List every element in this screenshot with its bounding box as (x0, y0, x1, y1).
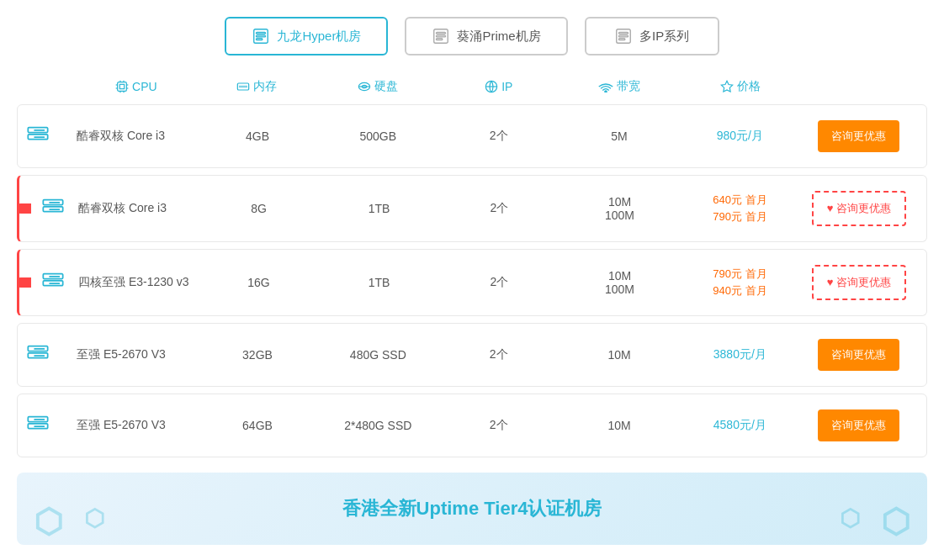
row1-mem: 4GB (197, 129, 317, 143)
svg-rect-12 (118, 82, 127, 92)
col-cpu-header: CPU (76, 80, 197, 93)
row3-fire-icon: ♥ (827, 276, 834, 288)
tab-jiulong-label: 九龙Hyper机房 (277, 29, 361, 45)
row3-speed2: 100M (605, 283, 634, 296)
tab-multiip[interactable]: 多IP系列 (585, 17, 719, 55)
row4-price-value: 3880元/月 (713, 347, 766, 361)
row4-ip: 2个 (438, 347, 559, 362)
row5-cta-button[interactable]: 咨询更优惠 (818, 409, 899, 441)
table-row: 首月半价 酷睿双核 Core i3 8G 1TB 2个 10M 100M (17, 175, 927, 242)
row2-icon (28, 196, 78, 222)
row4-speed: 10M (559, 348, 679, 362)
deco-cube-right: ⬡ (881, 502, 910, 541)
row2-speed2: 100M (605, 209, 634, 222)
row1-cta-button[interactable]: 咨询更优惠 (818, 120, 899, 152)
svg-rect-47 (49, 283, 60, 284)
svg-rect-54 (34, 419, 45, 420)
row1-speed: 5M (559, 129, 679, 143)
svg-rect-10 (619, 35, 628, 37)
table-row: 酷睿双核 Core i3 4GB 500GB 2个 5M 980元/月 咨询更优… (17, 104, 927, 168)
row3-action: ♥ 咨询更优惠 (800, 265, 918, 300)
column-headers: CPU 内存 硬盘 I (17, 72, 927, 101)
tab-gutong[interactable]: 葵涌Prime机房 (405, 17, 567, 55)
row2-price2: 790元 首月 (713, 209, 766, 225)
col-mem-header: 内存 (197, 79, 318, 94)
row2-speed1: 10M (608, 195, 631, 209)
row3-cta-button[interactable]: ♥ 咨询更优惠 (812, 265, 906, 300)
svg-rect-6 (437, 35, 446, 37)
svg-point-33 (605, 91, 607, 92)
svg-rect-13 (119, 84, 124, 88)
row2-cpu: 酷睿双核 Core i3 (78, 201, 199, 216)
row3-btn-label: 咨询更优惠 (836, 276, 891, 288)
svg-rect-3 (257, 39, 263, 40)
row2-mem: 8G (199, 202, 319, 215)
row2-btn-label: 咨询更优惠 (836, 202, 891, 214)
row1-icon (26, 124, 77, 150)
row2-action: ♥ 咨询更优惠 (800, 191, 918, 226)
main-container: 九龙Hyper机房 葵涌Prime机房 多IP系列 (0, 0, 944, 560)
row1-ip: 2个 (438, 129, 559, 144)
footer-text: 香港全新Uptime Tier4认证机房 (342, 496, 602, 521)
svg-rect-7 (437, 39, 443, 40)
svg-rect-5 (437, 32, 446, 34)
col-mem-label: 内存 (253, 79, 277, 94)
row5-mem: 64GB (197, 419, 317, 432)
svg-rect-1 (257, 32, 266, 34)
row4-cpu: 至强 E5-2670 V3 (77, 347, 197, 362)
row2-ip: 2个 (439, 201, 560, 216)
col-bw-label: 带宽 (617, 79, 640, 94)
svg-rect-2 (257, 35, 266, 37)
row3-price1: 790元 首月 (713, 267, 766, 282)
table-row: 至强 E5-2670 V3 64GB 2*480G SSD 2个 10M 458… (17, 394, 927, 457)
row4-price: 3880元/月 (680, 347, 800, 362)
col-cpu-label: CPU (132, 80, 157, 93)
svg-rect-38 (34, 129, 45, 131)
svg-rect-9 (619, 32, 628, 34)
col-bw-header: 带宽 (560, 79, 681, 94)
row2-fire-icon: ♥ (827, 202, 834, 214)
row1-disk: 500GB (318, 129, 438, 143)
svg-rect-39 (34, 136, 45, 138)
row3-speed1: 10M (608, 269, 631, 283)
svg-rect-42 (49, 202, 60, 203)
tab-row: 九龙Hyper机房 葵涌Prime机房 多IP系列 (17, 17, 927, 55)
tab-jiulong[interactable]: 九龙Hyper机房 (225, 17, 388, 55)
col-ip-header: IP (438, 80, 560, 93)
row3-mem: 16G (199, 276, 319, 289)
row2-badge: 首月半价 (18, 203, 31, 214)
row5-price: 4580元/月 (680, 418, 800, 433)
row1-price: 980元/月 (680, 129, 800, 144)
row4-icon (26, 342, 77, 368)
row3-price: 790元 首月 940元 首月 (680, 267, 800, 298)
row2-cta-button[interactable]: ♥ 咨询更优惠 (812, 191, 906, 226)
deco-cube-right2: ⬡ (840, 505, 860, 532)
row1-cpu: 酷睿双核 Core i3 (77, 129, 197, 144)
col-disk-header: 硬盘 (317, 79, 438, 94)
row1-action: 咨询更优惠 (800, 120, 918, 152)
row3-speed: 10M 100M (560, 269, 680, 296)
row3-cpu: 四核至强 E3-1230 v3 (78, 275, 199, 290)
svg-rect-11 (619, 39, 625, 40)
row4-disk: 480G SSD (318, 348, 438, 362)
row5-ip: 2个 (438, 418, 559, 433)
row3-disk: 1TB (319, 276, 439, 289)
product-table: 酷睿双核 Core i3 4GB 500GB 2个 5M 980元/月 咨询更优… (17, 104, 927, 464)
svg-rect-43 (49, 209, 60, 210)
row5-cpu: 至强 E5-2670 V3 (77, 418, 197, 433)
row5-disk: 2*480G SSD (318, 419, 438, 432)
row4-cta-button[interactable]: 咨询更优惠 (818, 339, 899, 371)
row2-price1: 640元 首月 (713, 193, 766, 208)
tab-gutong-label: 葵涌Prime机房 (457, 29, 540, 45)
deco-cube-left2: ⬡ (84, 505, 104, 532)
footer-banner: ⬡ ⬡ 香港全新Uptime Tier4认证机房 ⬡ ⬡ (17, 473, 927, 545)
row2-disk: 1TB (319, 202, 439, 215)
col-ip-label: IP (501, 80, 512, 93)
row3-icon (28, 270, 78, 296)
row3-badge: 首月半价 (18, 277, 31, 288)
col-disk-label: 硬盘 (374, 79, 398, 94)
svg-rect-55 (34, 425, 45, 427)
row3-ip: 2个 (439, 275, 560, 290)
row5-price-value: 4580元/月 (713, 418, 766, 431)
svg-rect-50 (34, 348, 45, 350)
